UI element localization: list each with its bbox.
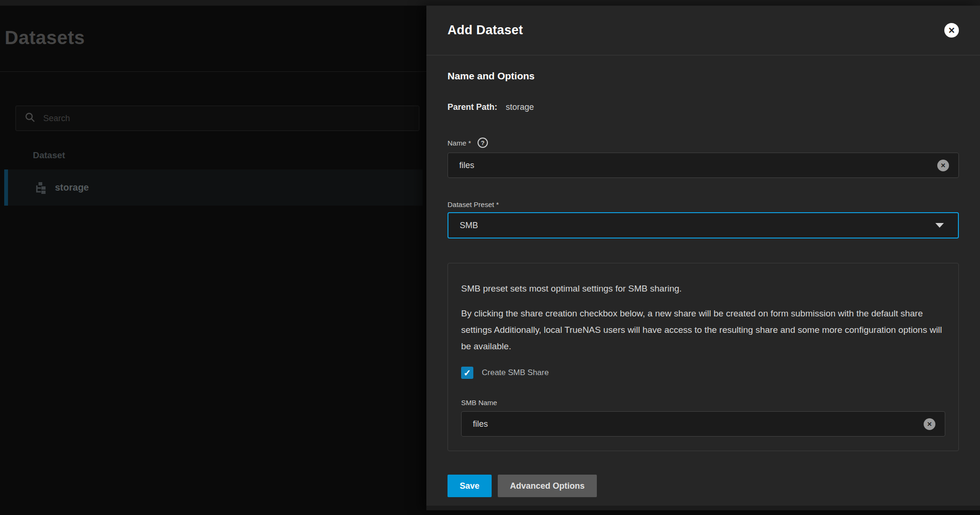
panel-body: Name and Options Parent Path: storage Na… [426,70,980,497]
bottom-strip [426,506,980,510]
preset-selected-value: SMB [460,221,478,231]
smb-name-field: ✕ [461,411,945,437]
info-paragraph-1: SMB preset sets most optimal settings fo… [461,280,945,297]
close-icon: ✕ [948,26,955,35]
name-field-label: Name * [448,139,471,147]
divider [0,71,426,72]
section-title: Name and Options [448,70,959,82]
parent-path: Parent Path: storage [448,102,959,112]
help-icon[interactable]: ? [478,138,488,148]
dataset-column-header: Dataset [33,150,65,161]
search-icon [24,112,36,125]
name-field-label-row: Name * ? [448,138,959,148]
dataset-search-box[interactable] [15,106,419,131]
create-smb-share-label: Create SMB Share [482,368,549,377]
dataset-row-storage[interactable]: storage [4,169,423,206]
form-actions: Save Advanced Options [448,475,959,497]
preset-field-label-row: Dataset Preset * [448,200,959,208]
clear-smb-name-button[interactable]: ✕ [924,418,935,430]
smb-name-input[interactable] [473,419,924,429]
panel-header: Add Dataset ✕ [426,6,980,55]
check-icon: ✓ [463,369,471,377]
save-button[interactable]: Save [448,475,492,497]
add-dataset-panel: Add Dataset ✕ Name and Options Parent Pa… [426,6,980,510]
chevron-down-icon [935,223,944,228]
smb-name-label: SMB Name [461,399,945,407]
dataset-preset-select[interactable]: SMB [448,212,959,238]
create-smb-share-checkbox[interactable]: ✓ [461,367,473,379]
smb-info-box: SMB preset sets most optimal settings fo… [448,263,959,451]
clear-icon: ✕ [941,162,946,169]
name-input[interactable] [459,161,937,170]
dataset-row-label: storage [55,182,89,193]
info-paragraph-2: By clicking the share creation checkbox … [461,305,945,354]
datasets-page-overlay: Datasets Dataset storage [0,6,426,515]
clear-icon: ✕ [927,421,932,427]
name-field: ✕ [448,153,959,178]
selected-row-accent [4,169,8,206]
parent-path-label: Parent Path: [448,102,497,112]
top-strip [0,0,980,6]
page-title: Datasets [5,27,426,48]
create-smb-share-row: ✓ Create SMB Share [461,367,945,379]
dataset-tree-icon [34,181,47,194]
advanced-options-button[interactable]: Advanced Options [498,475,597,497]
panel-title: Add Dataset [448,23,523,38]
close-button[interactable]: ✕ [944,23,959,38]
preset-field-label: Dataset Preset * [448,200,499,208]
clear-name-button[interactable]: ✕ [937,160,949,171]
search-input[interactable] [43,114,410,123]
parent-path-value: storage [506,102,534,112]
